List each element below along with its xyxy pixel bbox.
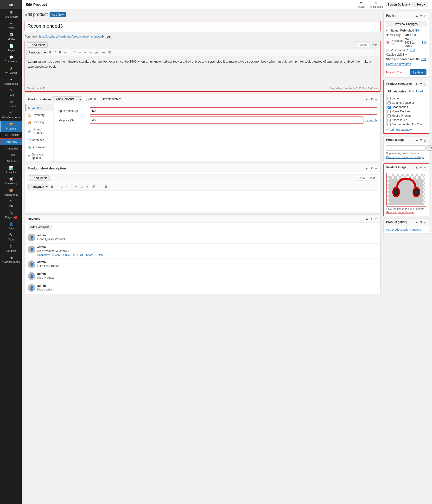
- editor-content[interactable]: Lorem ipsum has been the industrys stand…: [25, 56, 380, 85]
- tab-general[interactable]: ⚙ General: [25, 104, 53, 111]
- catalog-edit-link[interactable]: Edit: [421, 57, 426, 61]
- collapse-toggle-button[interactable]: △: [375, 97, 377, 101]
- toolbar-toggle-button[interactable]: ☰: [107, 50, 112, 55]
- short-desc-add-media[interactable]: + Add Media: [29, 175, 50, 181]
- sidebar-item-plugins[interactable]: 🔌 Plugins2: [0, 209, 22, 220]
- all-categories-tab[interactable]: All categories: [386, 89, 407, 94]
- copy-draft-link[interactable]: Copy to a new draft: [386, 62, 426, 66]
- cat-accessories-checkbox[interactable]: [388, 119, 391, 122]
- move-trash-link[interactable]: Move to Trash: [386, 71, 404, 74]
- unordered-list-button[interactable]: ≡: [63, 50, 67, 55]
- add-media-button[interactable]: + Add Media: [27, 42, 48, 48]
- image-up[interactable]: ▲: [415, 165, 418, 169]
- reviews-toggle[interactable]: △: [375, 217, 377, 220]
- short-desc-align-right[interactable]: ⇒: [84, 184, 90, 189]
- cat-up[interactable]: ▲: [415, 82, 418, 86]
- most-used-tab[interactable]: Most Used: [408, 89, 424, 94]
- visibility-edit-link[interactable]: Edit: [412, 33, 417, 36]
- views-edit-link[interactable]: Edit: [410, 49, 415, 52]
- unapprove-link[interactable]: Unapprove: [37, 253, 50, 256]
- strikethrough-button[interactable]: S: [57, 50, 62, 55]
- short-desc-olist[interactable]: ⁼: [64, 184, 69, 189]
- sidebar-item-add-new[interactable]: Add New: [0, 138, 22, 145]
- short-desc-link[interactable]: 🔗: [90, 184, 97, 189]
- permalink-url[interactable]: http://localhost/wordpress/product/recom…: [39, 35, 104, 38]
- tab-shipping[interactable]: 🚚 Shipping: [25, 119, 53, 126]
- tags-toggle[interactable]: △: [424, 138, 426, 142]
- short-desc-bold[interactable]: B: [50, 184, 55, 189]
- reviews-down[interactable]: ▼: [370, 217, 373, 220]
- short-desc-blockquote[interactable]: ": [69, 184, 73, 189]
- tags-down[interactable]: ▼: [420, 138, 423, 142]
- text-tab-button[interactable]: Text: [370, 43, 378, 47]
- short-desc-down[interactable]: ▼: [370, 166, 373, 170]
- sidebar-item-all-products[interactable]: All Products: [0, 132, 22, 138]
- trash-link[interactable]: Trash: [96, 253, 103, 256]
- cat-laptop-checkbox[interactable]: [388, 97, 391, 100]
- align-right-button[interactable]: ⇒: [88, 50, 93, 55]
- short-desc-more[interactable]: —: [97, 184, 103, 189]
- tab-attributes[interactable]: 🏷 Attributes: [25, 136, 53, 144]
- sidebar-item-contact[interactable]: ✉ Contact: [0, 98, 22, 109]
- image-down[interactable]: ▼: [419, 165, 423, 169]
- short-desc-text-tab[interactable]: Text: [368, 176, 376, 180]
- sidebar-item-wpclever[interactable]: ⚡ WPClever: [0, 64, 22, 76]
- product-type-select[interactable]: Simple product Variable product Grouped …: [52, 96, 82, 102]
- sale-price-input[interactable]: [91, 117, 120, 123]
- tag-input[interactable]: [386, 145, 425, 151]
- sidebar-item-appearance[interactable]: 🎨 Appearance: [0, 187, 22, 198]
- insert-more-button[interactable]: —: [101, 50, 106, 55]
- tab-inventory[interactable]: 📋 Inventory: [25, 111, 53, 119]
- reviews-up[interactable]: ▲: [365, 217, 369, 220]
- tag-add-button[interactable]: Add: [426, 145, 432, 151]
- short-desc-align-center[interactable]: ≡: [79, 184, 84, 189]
- sidebar-item-yith[interactable]: Y YITH: [0, 198, 22, 209]
- sidebar-item-attributes[interactable]: Attributes: [0, 158, 22, 164]
- sidebar-item-comments[interactable]: 💬 Comments: [0, 54, 22, 64]
- gallery-toggle[interactable]: △: [424, 220, 426, 224]
- cat-headphones-checkbox[interactable]: [388, 106, 391, 109]
- spam-link[interactable]: Spam: [86, 253, 93, 256]
- short-desc-content[interactable]: [27, 191, 378, 210]
- add-new-category-link[interactable]: + Add new category: [386, 128, 412, 131]
- short-desc-format[interactable]: Paragraph: [28, 184, 49, 189]
- sidebar-item-testimonials[interactable]: ✦ Testimonials: [0, 76, 22, 87]
- blockquote-button[interactable]: ": [73, 50, 77, 55]
- sidebar-item-marketing[interactable]: 📢 Marketing: [0, 175, 22, 187]
- publish-down[interactable]: ▼: [420, 14, 423, 18]
- collapse-up-button[interactable]: ▲: [365, 97, 369, 101]
- schedule-link[interactable]: Schedule: [365, 119, 377, 122]
- sidebar-item-pages[interactable]: 📄 Pages: [0, 42, 22, 53]
- italic-button[interactable]: I: [53, 50, 57, 55]
- short-desc-toggle[interactable]: △: [375, 166, 377, 170]
- align-center-button[interactable]: ≡: [83, 50, 87, 55]
- product-title-input[interactable]: [25, 21, 380, 31]
- publish-toggle[interactable]: △: [424, 14, 426, 18]
- permalink-edit-button[interactable]: Edit: [105, 35, 113, 38]
- quick-edit-link[interactable]: Quick Edit: [63, 253, 75, 256]
- short-desc-align-left[interactable]: ⇐: [74, 184, 79, 189]
- sidebar-item-products[interactable]: 📦 Products: [0, 121, 22, 132]
- add-gallery-link[interactable]: Add product gallery images: [386, 228, 421, 231]
- add-new-button[interactable]: Add New: [50, 12, 66, 17]
- remove-image-link[interactable]: Remove product image: [386, 211, 426, 214]
- edit-link[interactable]: Edit: [79, 253, 83, 256]
- cat-home-checkbox[interactable]: [388, 110, 391, 113]
- publish-up[interactable]: ▲: [415, 14, 419, 18]
- collapse-down-button[interactable]: ▼: [370, 97, 373, 101]
- sidebar-item-categories[interactable]: Categories: [0, 145, 22, 152]
- gallery-down[interactable]: ▼: [420, 220, 423, 224]
- preview-changes-button[interactable]: Preview Changes: [386, 21, 426, 27]
- short-desc-ulist[interactable]: ≡: [59, 184, 64, 189]
- help-button[interactable]: Help ▾: [414, 2, 428, 7]
- add-comment-button[interactable]: Add Comment: [28, 225, 52, 230]
- ordered-list-button[interactable]: ⁼: [68, 50, 72, 55]
- tags-up[interactable]: ▲: [415, 138, 419, 142]
- tab-linked-products[interactable]: 🔗 Linked Products: [25, 126, 53, 136]
- virtual-checkbox[interactable]: [84, 98, 87, 101]
- short-desc-up[interactable]: ▲: [365, 166, 369, 170]
- align-left-button[interactable]: ⇐: [77, 50, 82, 55]
- paragraph-format-select[interactable]: Paragraph: [26, 50, 47, 55]
- update-button[interactable]: Update: [410, 69, 426, 75]
- link-button[interactable]: 🔗: [94, 50, 100, 55]
